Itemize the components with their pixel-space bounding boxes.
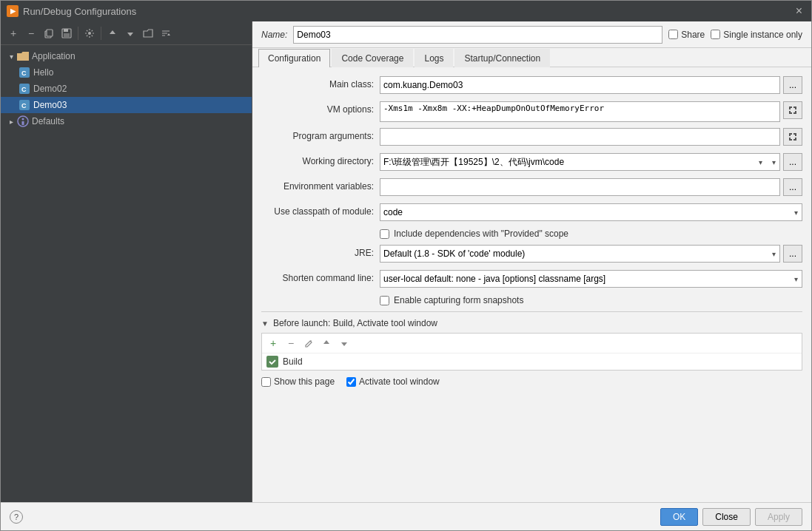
program-args-label: Program arguments: [261, 128, 380, 141]
shorten-cmd-select[interactable]: user-local default: none - java [options… [380, 270, 802, 288]
before-launch-header[interactable]: ▼ Before launch: Build, Activate tool wi… [261, 318, 802, 328]
include-deps-checkbox[interactable] [380, 229, 389, 239]
vm-options-field [380, 101, 802, 122]
name-bar: Name: Share Single instance only [252, 21, 811, 48]
enable-snapshots-label: Enable capturing form snapshots [394, 295, 523, 305]
activate-label[interactable]: Activate tool window [346, 376, 440, 387]
apply-button[interactable]: Apply [755, 508, 802, 526]
before-launch-edit-button[interactable] [301, 335, 317, 351]
settings-button[interactable] [81, 25, 98, 41]
activate-checkbox[interactable] [346, 377, 356, 387]
save-config-button[interactable] [58, 25, 75, 41]
jre-field: Default (1.8 - SDK of 'code' module) ... [380, 245, 802, 263]
tree-item-demo03[interactable]: C Demo03 [1, 97, 252, 113]
before-launch-toolbar: + − [262, 334, 802, 354]
working-dir-input[interactable] [380, 153, 780, 171]
add-config-button[interactable]: + [5, 25, 21, 41]
copy-config-button[interactable] [41, 25, 57, 41]
env-vars-label: Environment variables: [261, 178, 380, 192]
move-up-button[interactable] [104, 25, 121, 41]
tab-logs-label: Logs [424, 53, 443, 64]
share-checkbox-label[interactable]: Share [668, 30, 705, 40]
before-launch-up-button[interactable] [318, 335, 335, 351]
classpath-field: code [380, 203, 802, 221]
jre-browse-button[interactable]: ... [783, 245, 802, 263]
dialog-bottom: ? OK Close Apply [1, 502, 811, 530]
svg-rect-14 [266, 356, 278, 368]
before-launch-remove-button[interactable]: − [283, 335, 299, 351]
move-down-button[interactable] [122, 25, 138, 41]
section-divider [261, 311, 802, 312]
sort-button[interactable] [158, 25, 174, 41]
env-vars-field: ... [380, 178, 802, 196]
activate-text: Activate tool window [359, 376, 440, 387]
enable-snapshots-checkbox[interactable] [380, 296, 389, 305]
svg-text:C: C [21, 70, 27, 77]
tab-configuration[interactable]: Configuration [258, 49, 330, 67]
program-args-expand-button[interactable] [783, 128, 802, 146]
tab-code-coverage[interactable]: Code Coverage [332, 49, 413, 67]
close-dialog-button[interactable]: Close [702, 508, 751, 526]
tree-item-defaults[interactable]: ▸ Defaults [1, 113, 252, 129]
config-tree: ▾ Application C Hello [1, 45, 252, 502]
name-label: Name: [261, 30, 287, 40]
working-dir-label: Working directory: [261, 153, 380, 166]
single-instance-checkbox[interactable] [711, 30, 720, 39]
tree-toolbar: + − [1, 21, 252, 45]
jre-label: JRE: [261, 245, 380, 258]
main-content: + − [1, 21, 811, 502]
name-input[interactable] [293, 26, 662, 44]
title-bar: ▶ Run/Debug Configurations × [1, 1, 811, 21]
defaults-icon [17, 115, 29, 127]
demo02-icon: C [19, 83, 30, 95]
build-icon [266, 356, 278, 368]
enable-snapshots-row: Enable capturing form snapshots [380, 295, 802, 305]
program-args-field [380, 128, 802, 146]
close-button[interactable]: × [793, 4, 805, 18]
env-vars-input[interactable] [380, 178, 780, 196]
tree-item-defaults-label: Defaults [32, 116, 64, 126]
classpath-label: Use classpath of module: [261, 203, 380, 217]
show-page-label[interactable]: Show this page [261, 376, 335, 387]
ok-button[interactable]: OK [660, 508, 698, 526]
tree-item-demo02-label: Demo02 [33, 84, 67, 94]
before-launch-down-button[interactable] [336, 335, 352, 351]
share-checkbox[interactable] [668, 30, 678, 39]
vm-options-row: VM options: [261, 101, 802, 122]
before-launch-build-label: Build [283, 356, 303, 367]
show-page-checkbox[interactable] [261, 377, 271, 387]
program-args-input[interactable] [380, 128, 780, 146]
before-launch-add-button[interactable]: + [265, 335, 281, 351]
jre-select[interactable]: Default (1.8 - SDK of 'code' module) [380, 245, 780, 263]
help-button[interactable]: ? [10, 510, 23, 524]
tab-logs[interactable]: Logs [415, 49, 453, 67]
tab-startup-connection[interactable]: Startup/Connection [454, 49, 550, 67]
help-icon-label: ? [14, 513, 19, 521]
program-args-row: Program arguments: [261, 128, 802, 147]
remove-config-button[interactable]: − [23, 25, 39, 41]
folder-button[interactable] [140, 25, 156, 41]
main-class-browse-button[interactable]: ... [783, 76, 802, 94]
classpath-select[interactable]: code [380, 203, 802, 221]
classpath-row: Use classpath of module: code [261, 203, 802, 223]
vm-options-expand-button[interactable] [783, 101, 802, 119]
env-vars-row: Environment variables: ... [261, 178, 802, 197]
working-dir-row: Working directory: ▾ ... [261, 153, 802, 172]
tree-item-hello[interactable]: C Hello [1, 64, 252, 81]
env-vars-browse-button[interactable]: ... [783, 178, 802, 196]
main-class-label: Main class: [261, 76, 380, 89]
single-instance-label[interactable]: Single instance only [711, 30, 802, 40]
tree-item-demo02[interactable]: C Demo02 [1, 81, 252, 97]
jre-row: JRE: Default (1.8 - SDK of 'code' module… [261, 245, 802, 264]
svg-rect-1 [47, 30, 53, 36]
toolbar-separator-2 [101, 27, 101, 40]
tree-item-hello-label: Hello [33, 67, 53, 78]
main-class-input[interactable] [380, 76, 780, 94]
tab-configuration-label: Configuration [268, 53, 321, 64]
vm-options-input[interactable] [380, 101, 780, 122]
tab-code-coverage-label: Code Coverage [341, 53, 403, 64]
tree-item-demo03-label: Demo03 [33, 100, 67, 110]
tree-item-application[interactable]: ▾ Application [1, 48, 252, 64]
working-dir-browse-button[interactable]: ... [783, 153, 802, 171]
tree-item-application-label: Application [32, 51, 76, 61]
